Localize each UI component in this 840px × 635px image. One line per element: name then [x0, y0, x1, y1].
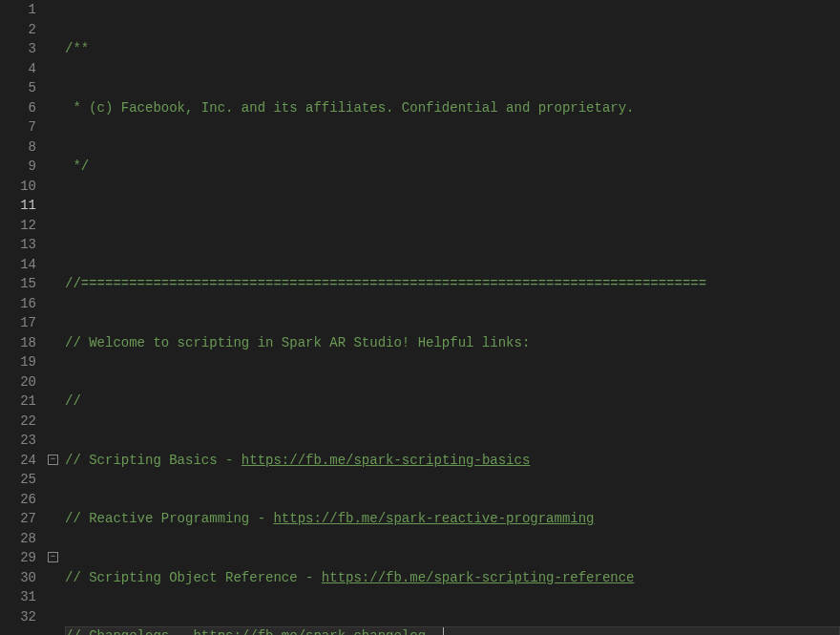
line-number: 15 [0, 274, 36, 294]
line-number: 21 [0, 392, 36, 412]
line-number: 27 [0, 509, 36, 529]
line-number: 26 [0, 490, 36, 510]
line-number: 14 [0, 255, 36, 275]
line-number: 5 [0, 78, 36, 98]
line-number: 19 [0, 352, 36, 372]
line-number: 3 [0, 39, 36, 59]
line-number: 12 [0, 216, 36, 236]
code-line[interactable]: // Welcome to scripting in Spark AR Stud… [65, 333, 840, 353]
line-number: 6 [0, 98, 36, 118]
line-number: 29 [0, 548, 36, 568]
comment: // Changelogs - [65, 628, 193, 635]
code-line[interactable]: // Scripting Basics - https://fb.me/spar… [65, 451, 840, 471]
comment: // Scripting Object Reference - [65, 570, 322, 585]
line-number: 28 [0, 529, 36, 549]
fold-toggle[interactable]: − [48, 552, 58, 562]
comment: // [65, 393, 81, 409]
code-line[interactable]: // Reactive Programming - https://fb.me/… [65, 509, 840, 529]
line-number: 23 [0, 431, 36, 451]
line-number: 20 [0, 372, 36, 392]
line-number: 8 [0, 138, 36, 158]
comment: // Welcome to scripting in Spark AR Stud… [65, 335, 530, 350]
comment: */ [65, 159, 89, 174]
code-line[interactable]: //======================================… [65, 274, 840, 294]
line-number: 4 [0, 59, 36, 79]
comment: /** [65, 41, 89, 56]
line-number: 25 [0, 470, 36, 490]
link[interactable]: https://fb.me/spark-scripting-basics [242, 453, 530, 468]
fold-gutter: − − [48, 0, 65, 635]
line-number: 2 [0, 20, 36, 40]
comment: * (c) Facebook, Inc. and its affiliates.… [65, 100, 635, 116]
line-number: 9 [0, 157, 36, 177]
code-line[interactable]: * (c) Facebook, Inc. and its affiliates.… [65, 98, 840, 118]
line-number: 30 [0, 568, 36, 588]
line-number: 7 [0, 117, 36, 138]
line-number: 1 [0, 0, 36, 20]
fold-toggle[interactable]: − [48, 455, 58, 465]
line-number: 31 [0, 587, 36, 607]
comment: // Reactive Programming - [65, 511, 273, 526]
code-line[interactable]: */ [65, 157, 840, 177]
line-number-gutter: 1 2 3 4 5 6 7 8 9 10 11 12 13 14 15 16 1… [0, 0, 48, 635]
code-area[interactable]: /** * (c) Facebook, Inc. and its affilia… [65, 0, 840, 635]
line-number: 16 [0, 294, 36, 314]
text-cursor [443, 627, 444, 635]
code-line[interactable]: // [65, 392, 840, 412]
line-number: 18 [0, 333, 36, 353]
line-number: 11 [0, 196, 36, 216]
code-line[interactable]: /** [65, 39, 840, 59]
line-number: 22 [0, 412, 36, 432]
line-number: 32 [0, 607, 36, 627]
link[interactable]: https://fb.me/spark-scripting-reference [322, 570, 635, 585]
line-number: 13 [0, 235, 36, 255]
comment: // Scripting Basics - [65, 453, 242, 468]
line-number: 17 [0, 313, 36, 333]
line-number: 24 [0, 451, 36, 471]
line-number: 10 [0, 177, 36, 197]
code-line[interactable] [65, 216, 840, 236]
link[interactable]: https://fb.me/spark-reactive-programming [273, 511, 594, 526]
code-line-current[interactable]: // Changelogs - https://fb.me/spark-chan… [65, 626, 840, 635]
code-line[interactable]: // Scripting Object Reference - https://… [65, 568, 840, 588]
link[interactable]: https://fb.me/spark-changelog [193, 628, 426, 635]
comment: //======================================… [65, 276, 706, 291]
code-editor[interactable]: 1 2 3 4 5 6 7 8 9 10 11 12 13 14 15 16 1… [0, 0, 840, 635]
